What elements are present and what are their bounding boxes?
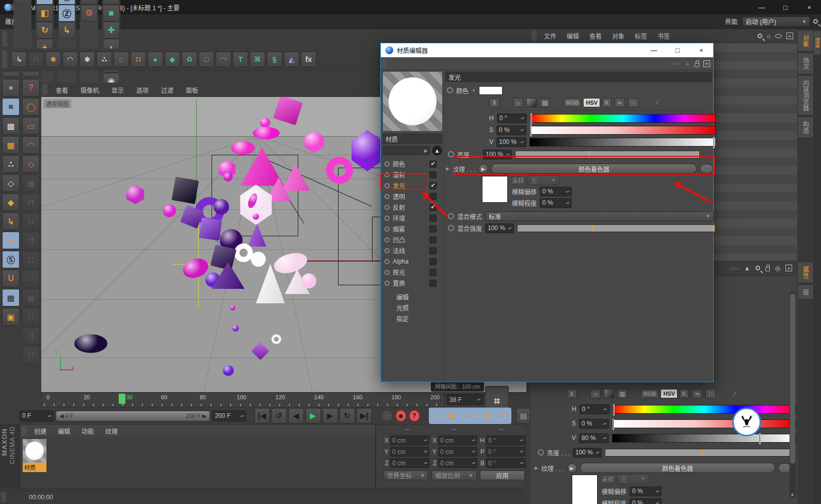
material-manager-menu[interactable]: 纹理	[100, 428, 123, 435]
dialog-minimize-button[interactable]: —	[642, 43, 666, 58]
picture-icon[interactable]: ▨	[540, 98, 550, 107]
texture-preview[interactable]	[482, 176, 508, 203]
spinner-icon[interactable]: ▴▾	[477, 398, 480, 401]
grid-pad-icon[interactable]: ∷	[22, 327, 40, 345]
object-manager-menu-item[interactable]: 标签	[630, 33, 652, 40]
snap-tool-icon[interactable]: ▩	[22, 174, 40, 192]
grid-pad-icon[interactable]: ∷	[22, 232, 40, 249]
object-manager-menu-item[interactable]: 对象	[607, 33, 630, 40]
viewport-menu-item[interactable]: 摄像机	[74, 87, 105, 94]
brightness-radio[interactable]	[538, 449, 544, 456]
channel-row[interactable]: 环境	[381, 213, 444, 223]
brightness-slider[interactable]	[605, 449, 792, 457]
dialog-close-button[interactable]: ×	[689, 43, 713, 58]
preview-options-button[interactable]: ▲	[432, 145, 442, 156]
color-mode-chip[interactable]: HSV	[583, 98, 600, 107]
texture-shader-button[interactable]: 颜色着色器	[580, 463, 775, 473]
scale-mode-select[interactable]: 缩放比例▼	[431, 470, 476, 480]
add-icon[interactable]: +	[786, 32, 793, 39]
channel-checkbox[interactable]	[429, 258, 437, 265]
material-manager-menu[interactable]: 功能	[76, 428, 100, 435]
grid-pad-icon[interactable]: ∷	[22, 346, 40, 364]
saturation-field[interactable]: 0 %▴▾	[579, 419, 609, 429]
edges-mode-icon[interactable]: ◇	[2, 174, 20, 192]
channel-extra-button[interactable]: 指定	[381, 313, 444, 324]
home-icon[interactable]: ⌂	[767, 32, 770, 40]
lock-icon[interactable]	[695, 63, 699, 67]
next-frame-button[interactable]: ▶	[323, 408, 338, 424]
keying-option-icon[interactable]: ◧	[446, 408, 461, 424]
model-mode-icon[interactable]: ■	[2, 98, 20, 116]
mix-strength-radio[interactable]	[448, 225, 454, 231]
expand-arrow-icon[interactable]: ▶	[446, 166, 449, 171]
maximize-button[interactable]: □	[774, 0, 797, 14]
collapse-icon[interactable]: ▼	[472, 88, 476, 93]
play-button[interactable]: ▶	[305, 408, 321, 424]
color-mode-chip[interactable]: K	[680, 389, 689, 398]
channel-row[interactable]: 凹凸	[381, 234, 444, 245]
workplane-rotate-icon[interactable]: ▣	[2, 308, 20, 326]
coordinate-system-icon[interactable]: ↳	[58, 22, 75, 39]
coord-input[interactable]: 0 cm▴▾	[390, 447, 429, 457]
channel-extra-button[interactable]: 编辑	[381, 291, 444, 302]
expand-arrow-icon[interactable]: ▶	[535, 465, 538, 470]
panel-tab[interactable]: 内容浏览器	[797, 75, 814, 116]
timeline-ruler[interactable]: 020608010012014016018020038	[41, 392, 445, 408]
object-manager-menu-item[interactable]: 查看	[584, 33, 607, 40]
blur-offset-field[interactable]: 0 %▴▾	[630, 486, 662, 496]
color-swatch[interactable]	[479, 86, 503, 95]
brightness-field[interactable]: 100 %▴▾	[573, 448, 602, 458]
saturation-slider[interactable]	[529, 126, 716, 135]
channel-checkbox[interactable]	[429, 247, 437, 254]
circle-select-icon[interactable]: ◯	[22, 98, 40, 116]
hue-slider[interactable]	[530, 114, 716, 123]
material-manager-menu[interactable]: 编辑	[52, 428, 76, 435]
texture-preset-button[interactable]: ▶	[567, 463, 577, 473]
panel-tab[interactable]: 属性	[797, 262, 814, 283]
goto-start-button[interactable]: |◀	[254, 408, 270, 424]
coord-input[interactable]: 0 cm▴▾	[390, 458, 429, 468]
object-manager-menu-item[interactable]: 编辑	[561, 33, 584, 40]
grid-pad-icon[interactable]: ∷	[22, 213, 40, 230]
dialog-title-bar[interactable]: 材质编辑器 — □ ×	[381, 43, 713, 57]
object-manager-menu-item[interactable]: 文件	[539, 33, 561, 40]
channel-row[interactable]: 辉光	[381, 267, 444, 278]
viewport-menu-handle[interactable]	[42, 84, 47, 95]
channel-radio[interactable]	[384, 205, 390, 210]
channel-row[interactable]: 颜色	[381, 158, 444, 169]
cursor-icon[interactable]: ▲	[744, 265, 750, 272]
redo-icon[interactable]: ↷	[14, 0, 31, 5]
channel-checkbox[interactable]	[429, 225, 437, 233]
grid-pad-icon[interactable]: ∷	[22, 308, 40, 326]
grid-points-icon[interactable]: ∷	[131, 52, 146, 67]
search-icon[interactable]	[755, 266, 760, 270]
axis-mode-icon[interactable]: ↳	[2, 213, 20, 230]
dots-path-icon[interactable]: ∴	[96, 52, 112, 67]
swatches-icon[interactable]: ∷	[628, 98, 638, 107]
saturation-slider[interactable]	[612, 419, 796, 428]
visibility-icon[interactable]	[775, 34, 782, 38]
compact-icon[interactable]: ⇕	[567, 389, 577, 398]
add-icon[interactable]: +	[703, 60, 710, 67]
add-icon[interactable]: +	[785, 265, 792, 271]
simulation-mode-icon[interactable]: Ⓢ	[2, 251, 20, 268]
color-mode-chip[interactable]: HSV	[661, 389, 678, 398]
search-icon[interactable]	[813, 19, 818, 24]
cluster-cubes-icon[interactable]: ◆	[165, 52, 180, 67]
preview-shape-select[interactable]: ▶	[383, 146, 430, 155]
coord-input[interactable]: 0 °▴▾	[486, 458, 525, 468]
toolbar-handle[interactable]	[2, 50, 7, 68]
panel-tab[interactable]: 场次	[797, 53, 814, 74]
channel-radio[interactable]	[384, 161, 390, 167]
blur-scale-field[interactable]: 0 %▴▾	[630, 498, 662, 504]
value-slider[interactable]	[529, 138, 716, 147]
blur-offset-field[interactable]: 0 %▴▾	[540, 187, 572, 197]
keying-option-icon[interactable]: ↻	[462, 408, 478, 424]
panel-tab[interactable]: 构造	[797, 117, 814, 138]
texture-preview[interactable]	[572, 475, 598, 504]
channel-row[interactable]: 法线	[381, 245, 444, 256]
lock-y-icon[interactable]: Ⓨ	[58, 0, 75, 5]
coord-input[interactable]: 0 °▴▾	[486, 447, 525, 457]
channel-checkbox[interactable]	[429, 160, 437, 168]
channel-radio[interactable]	[384, 270, 390, 275]
